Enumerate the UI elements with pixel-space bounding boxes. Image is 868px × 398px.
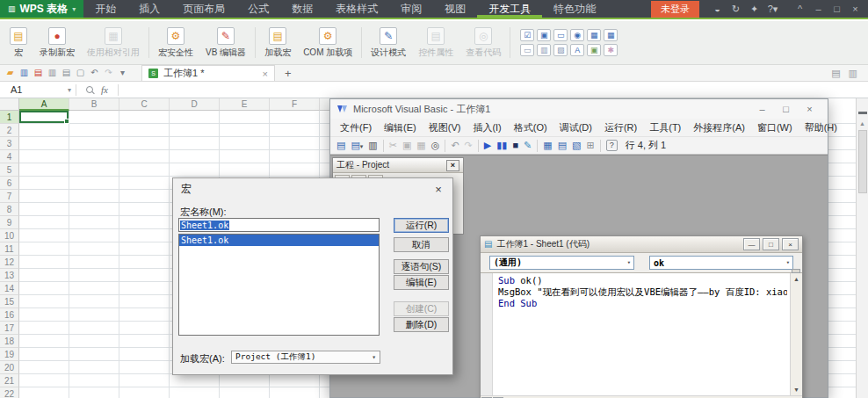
stop-icon[interactable]: ■ — [512, 141, 518, 150]
toolbox-icon[interactable]: ⊞ — [586, 141, 594, 150]
row-header-13[interactable]: 13 — [0, 269, 19, 282]
code-window-maximize-icon[interactable]: □ — [763, 238, 779, 250]
scroll-up-icon[interactable]: ▲ — [859, 120, 865, 127]
macro-list[interactable]: Sheet1.ok — [178, 234, 380, 336]
vb-titlebar[interactable]: Microsoft Visual Basic - 工作簿1 –□× — [330, 99, 828, 119]
insert-function-icon[interactable]: fx — [101, 84, 108, 95]
ribbon-button-录制新宏[interactable]: ●录制新宏 — [33, 21, 81, 64]
edit-button[interactable]: 编辑(E) — [394, 275, 449, 290]
row-header-14[interactable]: 14 — [0, 282, 19, 295]
cancel-button[interactable]: 取消 — [394, 237, 449, 252]
vb-menu-编辑(E)[interactable]: 编辑(E) — [378, 119, 423, 136]
layout-icon[interactable]: ▥ — [849, 68, 857, 79]
vb-menu-插入(I)[interactable]: 插入(I) — [467, 119, 507, 136]
ribbon-button-宏[interactable]: ▤宏 — [4, 21, 33, 64]
sheet-vertical-scrollbar[interactable]: ▲ — [856, 98, 868, 398]
save-icon[interactable]: ▥ — [18, 69, 31, 77]
menu-视图[interactable]: 视图 — [433, 0, 477, 18]
image-combo-control-icon[interactable]: ▣ — [537, 29, 551, 41]
option-button-control-icon[interactable]: ◉ — [570, 29, 584, 41]
delete-button[interactable]: 删除(D) — [394, 317, 449, 332]
scrollbar-thumb[interactable] — [858, 130, 867, 193]
ribbon-button-COM 加载项[interactable]: ⚙COM 加载项 — [297, 21, 358, 64]
ribbon-button-VB 编辑器[interactable]: ✎VB 编辑器 — [199, 21, 252, 64]
skin-icon[interactable]: ✦ — [745, 4, 763, 15]
column-header-C[interactable]: C — [119, 98, 170, 111]
menu-插入[interactable]: 插入 — [127, 0, 171, 18]
design-mode-icon[interactable]: ✎ — [524, 141, 532, 150]
row-header-3[interactable]: 3 — [0, 137, 19, 150]
row-header-12[interactable]: 12 — [0, 256, 19, 269]
column-header-F[interactable]: F — [270, 98, 320, 111]
select-all-corner[interactable] — [0, 98, 19, 111]
print-icon[interactable]: ▥ — [46, 69, 59, 77]
collapse-ribbon-icon[interactable]: ^ — [791, 4, 809, 14]
menu-开始[interactable]: 开始 — [83, 0, 127, 18]
more-controls-icon[interactable]: ✱ — [604, 44, 618, 56]
menu-表格样式[interactable]: 表格样式 — [324, 0, 389, 18]
row-header-11[interactable]: 11 — [0, 242, 19, 256]
split-handle[interactable] — [858, 112, 867, 114]
menu-开发工具[interactable]: 开发工具 — [477, 0, 542, 18]
print-preview-icon[interactable]: ▤ — [60, 69, 73, 77]
ribbon-button-设计模式[interactable]: ✎设计模式 — [365, 21, 412, 64]
vb-menu-窗口(W)[interactable]: 窗口(W) — [751, 119, 799, 136]
column-header-B[interactable]: B — [69, 98, 119, 111]
row-header-10[interactable]: 10 — [0, 229, 19, 242]
menu-审阅[interactable]: 审阅 — [389, 0, 433, 18]
step-into-button[interactable]: 逐语句(S) — [394, 259, 449, 274]
row-header-4[interactable]: 4 — [0, 150, 19, 163]
qat-more-icon[interactable]: ▾ — [116, 69, 129, 77]
row-header-9[interactable]: 9 — [0, 216, 19, 229]
object-dropdown[interactable]: (通用) ▾ — [489, 256, 634, 270]
zoom-formula-icon[interactable] — [86, 86, 93, 93]
vb-menu-工具(T)[interactable]: 工具(T) — [643, 119, 687, 136]
vb-menu-文件(F)[interactable]: 文件(F) — [334, 119, 378, 136]
menu-数据[interactable]: 数据 — [280, 0, 324, 18]
macros-in-dropdown[interactable]: Project (工作簿1) ▾ — [231, 351, 380, 364]
row-header-20[interactable]: 20 — [0, 361, 19, 374]
help-icon[interactable]: ?▾ — [763, 4, 782, 15]
groupbox-control-icon[interactable]: ▭ — [520, 44, 534, 56]
label-control-icon[interactable]: A — [570, 44, 584, 56]
object-browser-icon[interactable]: ▧ — [572, 141, 581, 150]
macro-list-item[interactable]: Sheet1.ok — [179, 235, 379, 246]
scrollbar-control-icon[interactable]: ▧ — [553, 44, 568, 56]
insert-userform-icon[interactable]: ▤▾ — [351, 141, 363, 150]
row-header-21[interactable]: 21 — [0, 374, 19, 387]
workbook-tab[interactable]: S 工作簿1 * × — [141, 65, 275, 81]
checkbox-control-icon[interactable]: ☑ — [520, 29, 534, 41]
dialog-close-icon[interactable]: × — [430, 182, 446, 196]
listbox-control-icon[interactable]: ▦ — [587, 29, 601, 41]
column-header-A[interactable]: A — [19, 98, 69, 111]
button-control-icon[interactable]: ▭ — [553, 29, 568, 41]
vb-menu-帮助(H)[interactable]: 帮助(H) — [799, 119, 843, 136]
minimize-icon[interactable]: – — [809, 4, 828, 14]
code-window-minimize-icon[interactable]: — — [743, 238, 760, 250]
refresh-icon[interactable]: ↻ — [727, 4, 745, 15]
run-button[interactable]: 运行(R) — [394, 218, 449, 233]
undo-icon[interactable]: ↶ — [88, 69, 101, 77]
vb-menu-视图(V)[interactable]: 视图(V) — [423, 119, 467, 136]
vb-maximize-icon[interactable]: □ — [774, 104, 798, 114]
procedure-dropdown[interactable]: ok ▾ — [649, 256, 793, 270]
scroll-down-icon[interactable]: ▼ — [793, 387, 799, 393]
row-header-17[interactable]: 17 — [0, 322, 19, 335]
row-header-5[interactable]: 5 — [0, 163, 19, 177]
ribbon-button-宏安全性[interactable]: ⚙宏安全性 — [152, 21, 199, 64]
macro-name-input[interactable]: Sheet1.ok — [178, 218, 380, 232]
save-icon[interactable]: ▥ — [368, 141, 377, 150]
row-header-7[interactable]: 7 — [0, 190, 19, 203]
row-header-16[interactable]: 16 — [0, 308, 19, 322]
wps-logo[interactable]: ▥ WPS 表格 ▾ — [0, 0, 83, 18]
vb-menu-外接程序(A)[interactable]: 外接程序(A) — [687, 119, 751, 136]
name-box[interactable]: A1 ▾ — [0, 82, 76, 98]
row-header-19[interactable]: 19 — [0, 348, 19, 361]
vb-menu-调试(D)[interactable]: 调试(D) — [553, 119, 598, 136]
maximize-icon[interactable]: □ — [828, 4, 846, 14]
scroll-up-icon[interactable]: ▲ — [793, 276, 799, 282]
open-file-icon[interactable]: ▰ — [4, 69, 17, 77]
column-header-D[interactable]: D — [170, 98, 220, 111]
breakpoint-margin[interactable] — [481, 273, 493, 395]
vb-close-icon[interactable]: × — [798, 104, 821, 114]
